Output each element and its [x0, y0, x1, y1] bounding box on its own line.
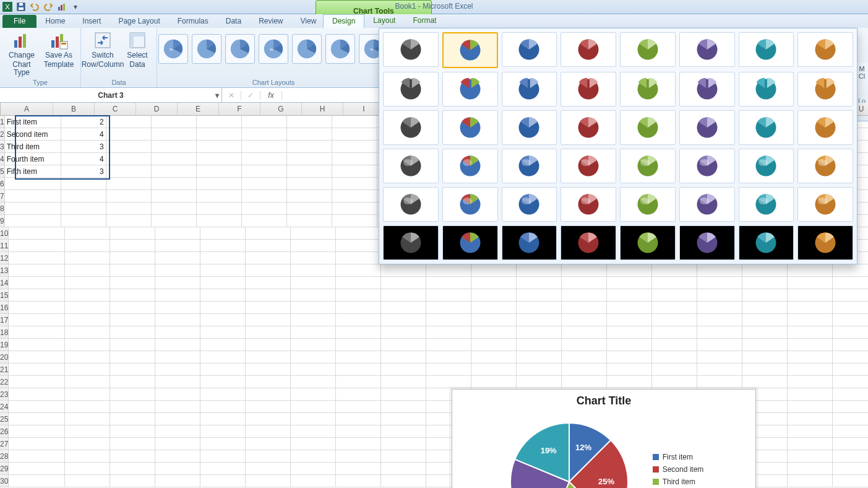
- chart-style-12[interactable]: [561, 72, 616, 107]
- chart-style-39[interactable]: [739, 187, 794, 222]
- chart-style-28[interactable]: [561, 149, 616, 183]
- cell-R17[interactable]: [788, 314, 833, 326]
- cell-I26[interactable]: [381, 425, 426, 438]
- tab-review[interactable]: Review: [250, 15, 291, 28]
- name-box[interactable]: Chart 3 ▾: [0, 88, 222, 102]
- cell-C28[interactable]: [110, 450, 155, 463]
- cell-M14[interactable]: [562, 277, 607, 289]
- enter-formula-icon[interactable]: ✓: [241, 91, 260, 100]
- chart-layout-option-4[interactable]: %: [259, 34, 288, 64]
- cell-Q15[interactable]: [742, 289, 788, 302]
- cell-K15[interactable]: [471, 289, 517, 302]
- chart-style-47[interactable]: [739, 225, 794, 260]
- cell-C13[interactable]: [110, 264, 155, 277]
- cell-N21[interactable]: [607, 364, 652, 376]
- cell-A9[interactable]: [5, 215, 61, 227]
- cell-D12[interactable]: [155, 252, 200, 264]
- cell-S19[interactable]: [833, 339, 868, 351]
- cell-A4[interactable]: Fourth item: [5, 153, 61, 165]
- cell-H13[interactable]: [336, 264, 381, 277]
- cell-H27[interactable]: [336, 438, 381, 450]
- cell-A22[interactable]: [9, 376, 65, 388]
- chart-layout-option-1[interactable]: %: [158, 34, 188, 64]
- cell-I16[interactable]: [381, 302, 426, 314]
- cell-Q13[interactable]: [742, 264, 788, 277]
- cell-M22[interactable]: [562, 376, 607, 388]
- chart-style-7[interactable]: [739, 32, 794, 67]
- cell-P20[interactable]: [697, 351, 742, 364]
- cell-G29[interactable]: [291, 463, 336, 475]
- column-header-D[interactable]: D: [136, 103, 178, 115]
- cell-G18[interactable]: [291, 326, 336, 339]
- cell-G17[interactable]: [291, 314, 336, 326]
- cell-C29[interactable]: [110, 463, 155, 475]
- cell-H9[interactable]: [332, 215, 377, 227]
- cell-L22[interactable]: [517, 376, 562, 388]
- cell-O16[interactable]: [652, 302, 697, 314]
- cell-S30[interactable]: [833, 475, 868, 487]
- cell-C8[interactable]: [106, 203, 152, 215]
- cell-C22[interactable]: [110, 376, 155, 388]
- cell-S23[interactable]: [833, 388, 868, 401]
- row-header-28[interactable]: 28: [0, 450, 9, 463]
- cell-R22[interactable]: [788, 376, 833, 388]
- row-header-7[interactable]: 7: [0, 190, 5, 203]
- cell-Q20[interactable]: [742, 351, 788, 364]
- cell-B9[interactable]: [61, 215, 106, 227]
- cancel-formula-icon[interactable]: ✕: [222, 91, 241, 100]
- chart-style-48[interactable]: [797, 225, 853, 260]
- cell-P16[interactable]: [697, 302, 742, 314]
- cell-R27[interactable]: [788, 438, 833, 450]
- cell-G8[interactable]: [287, 203, 332, 215]
- cell-M13[interactable]: [562, 264, 607, 277]
- chart-style-46[interactable]: [679, 225, 735, 260]
- cell-F23[interactable]: [246, 388, 291, 401]
- cell-D29[interactable]: [155, 463, 200, 475]
- cell-H4[interactable]: [332, 153, 377, 165]
- cell-B2[interactable]: 4: [61, 128, 106, 141]
- cell-B22[interactable]: [65, 376, 110, 388]
- cell-H20[interactable]: [336, 351, 381, 364]
- row-header-12[interactable]: 12: [0, 252, 9, 264]
- cell-Q17[interactable]: [742, 314, 788, 326]
- cell-N17[interactable]: [607, 314, 652, 326]
- cell-K14[interactable]: [471, 277, 517, 289]
- cell-A28[interactable]: [9, 450, 65, 463]
- chart-style-6[interactable]: [679, 32, 735, 67]
- cell-H2[interactable]: [332, 128, 377, 141]
- cell-G9[interactable]: [287, 215, 332, 227]
- cell-D17[interactable]: [155, 314, 200, 326]
- cell-C20[interactable]: [110, 351, 155, 364]
- cell-G3[interactable]: [287, 141, 332, 153]
- cell-E19[interactable]: [200, 339, 246, 351]
- cell-C23[interactable]: [110, 388, 155, 401]
- cell-E23[interactable]: [200, 388, 246, 401]
- cell-E2[interactable]: [197, 128, 242, 141]
- row-header-2[interactable]: 2: [0, 128, 5, 141]
- cell-L19[interactable]: [517, 339, 562, 351]
- cell-F13[interactable]: [246, 264, 291, 277]
- cell-L20[interactable]: [517, 351, 562, 364]
- chart-layout-option-5[interactable]: [292, 34, 322, 64]
- cell-J18[interactable]: [426, 326, 471, 339]
- cell-K22[interactable]: [471, 376, 517, 388]
- cell-C19[interactable]: [110, 339, 155, 351]
- cell-E30[interactable]: [200, 475, 246, 487]
- cell-O13[interactable]: [652, 264, 697, 277]
- cell-E26[interactable]: [200, 425, 246, 438]
- chart-style-4[interactable]: [561, 32, 616, 67]
- cell-H17[interactable]: [336, 314, 381, 326]
- cell-F29[interactable]: [246, 463, 291, 475]
- cell-E5[interactable]: [197, 165, 242, 178]
- cell-F12[interactable]: [246, 252, 291, 264]
- cell-A23[interactable]: [9, 388, 65, 401]
- row-header-22[interactable]: 22: [0, 376, 9, 388]
- cell-J20[interactable]: [426, 351, 471, 364]
- cell-H15[interactable]: [336, 289, 381, 302]
- cell-D10[interactable]: [155, 227, 200, 240]
- cell-J14[interactable]: [426, 277, 471, 289]
- chart-style-17[interactable]: [383, 110, 439, 145]
- cell-B6[interactable]: [61, 178, 106, 190]
- cell-C9[interactable]: [106, 215, 152, 227]
- chart-style-44[interactable]: [561, 225, 616, 260]
